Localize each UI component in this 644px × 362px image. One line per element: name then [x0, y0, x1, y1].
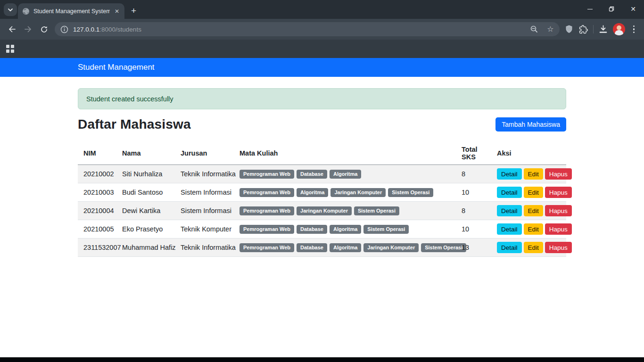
cell-jurusan: Sistem Informasi — [175, 202, 234, 220]
detail-button[interactable]: Detail — [497, 187, 522, 198]
menu-kebab-icon[interactable] — [630, 25, 637, 33]
tab-close-icon[interactable]: ✕ — [114, 8, 120, 15]
hapus-button[interactable]: Hapus — [545, 187, 572, 198]
address-bar[interactable]: 127.0.0.1:8000/students ☆ — [55, 22, 560, 36]
table-row: 20210003 Budi Santoso Sistem Informasi P… — [78, 183, 566, 202]
action-buttons: DetailEditHapus — [497, 223, 561, 235]
col-header-aksi: Aksi — [491, 143, 566, 165]
cell-aksi: DetailEditHapus — [491, 202, 566, 220]
tab-search-button[interactable] — [4, 3, 17, 16]
cell-total-sks: 10 — [456, 220, 491, 239]
restore-button[interactable] — [601, 0, 622, 18]
col-header-total-sks: Total SKS — [456, 143, 491, 165]
cell-nim: 20210004 — [78, 202, 116, 220]
course-badge: Sistem Operasi — [421, 243, 466, 252]
edit-button[interactable]: Edit — [524, 242, 543, 253]
cell-total-sks: 13 — [456, 239, 491, 257]
action-buttons: DetailEditHapus — [497, 205, 561, 216]
course-badges: Pemrograman WebJaringan KomputerSistem O… — [239, 206, 450, 215]
url-text[interactable]: 127.0.0.1:8000/students — [73, 26, 526, 33]
privacy-shield-icon[interactable] — [564, 25, 574, 34]
minimize-button[interactable] — [579, 0, 601, 18]
toolbar-separator — [593, 25, 594, 33]
hapus-button[interactable]: Hapus — [545, 242, 572, 253]
edit-button[interactable]: Edit — [524, 187, 543, 198]
restore-icon — [609, 6, 614, 12]
cell-nama: Siti Nurhaliza — [116, 165, 175, 183]
zoom-out-icon[interactable] — [530, 25, 538, 33]
hapus-button[interactable]: Hapus — [545, 205, 572, 216]
cell-mata-kuliah: Pemrograman WebJaringan KomputerSistem O… — [234, 202, 456, 220]
cell-aksi: DetailEditHapus — [491, 220, 566, 239]
new-tab-button[interactable]: + — [131, 6, 136, 15]
apps-grid-icon[interactable] — [6, 45, 14, 53]
cell-jurusan: Teknik Informatika — [175, 239, 234, 257]
course-badge: Database — [297, 225, 327, 234]
bookmark-star-icon[interactable]: ☆ — [547, 25, 553, 33]
course-badges: Pemrograman WebDatabaseAlgoritmaSistem O… — [239, 225, 450, 234]
page-viewport: Student Management Student created succe… — [0, 58, 644, 357]
col-header-jurusan: Jurusan — [175, 143, 234, 165]
edit-button[interactable]: Edit — [524, 205, 543, 216]
cell-mata-kuliah: Pemrograman WebAlgoritmaJaringan Kompute… — [234, 183, 456, 202]
cell-aksi: DetailEditHapus — [491, 239, 566, 257]
reload-button[interactable] — [36, 21, 52, 37]
col-header-nim: NIM — [78, 143, 116, 165]
forward-arrow-icon — [24, 25, 32, 33]
detail-button[interactable]: Detail — [497, 168, 522, 180]
tab-strip: Student Management System ✕ + ✕ — [0, 0, 644, 19]
cell-nama: Muhammad Hafiz — [116, 239, 175, 257]
table-header: NIM Nama Jurusan Mata Kuliah Total SKS A… — [78, 143, 566, 165]
course-badges: Pemrograman WebDatabaseAlgoritma — [239, 170, 450, 179]
alert-text: Student created successfully — [86, 95, 173, 103]
cell-mata-kuliah: Pemrograman WebDatabaseAlgoritmaSistem O… — [234, 220, 456, 239]
course-badge: Algoritma — [330, 243, 361, 252]
edit-button[interactable]: Edit — [524, 168, 543, 180]
course-badge: Database — [297, 170, 327, 179]
course-badge: Database — [297, 243, 327, 252]
cell-total-sks: 8 — [456, 165, 491, 183]
add-student-button[interactable]: Tambah Mahasiswa — [495, 117, 566, 132]
cell-nim: 20210005 — [78, 220, 116, 239]
close-window-button[interactable]: ✕ — [622, 0, 644, 18]
forward-button[interactable] — [20, 21, 36, 37]
cell-nim: 20210002 — [78, 165, 116, 183]
detail-button[interactable]: Detail — [497, 205, 522, 216]
detail-button[interactable]: Detail — [497, 223, 522, 235]
cell-nama: Eko Prasetyo — [116, 220, 175, 239]
detail-button[interactable]: Detail — [497, 242, 522, 253]
cell-aksi: DetailEditHapus — [491, 165, 566, 183]
table-row: 20210004 Dewi Kartika Sistem Informasi P… — [78, 202, 566, 220]
navbar-brand[interactable]: Student Management — [78, 63, 155, 72]
cell-jurusan: Teknik Informatika — [175, 165, 234, 183]
browser-tab[interactable]: Student Management System ✕ — [18, 3, 124, 19]
course-badge: Algoritma — [330, 225, 361, 234]
action-buttons: DetailEditHapus — [497, 242, 561, 253]
cell-jurusan: Sistem Informasi — [175, 183, 234, 202]
downloads-icon[interactable] — [599, 25, 608, 33]
hapus-button[interactable]: Hapus — [545, 168, 572, 180]
globe-favicon-icon — [22, 8, 30, 15]
course-badges: Pemrograman WebDatabaseAlgoritmaJaringan… — [239, 243, 450, 252]
cell-nama: Budi Santoso — [116, 183, 175, 202]
course-badge: Pemrograman Web — [239, 206, 294, 215]
hapus-button[interactable]: Hapus — [545, 223, 572, 235]
site-info-icon[interactable] — [60, 25, 68, 33]
page-header: Daftar Mahasiswa Tambah Mahasiswa — [78, 117, 566, 132]
course-badge: Pemrograman Web — [239, 243, 294, 252]
extensions-puzzle-icon[interactable] — [579, 25, 588, 34]
url-path: :8000/students — [99, 26, 141, 33]
course-badge: Sistem Operasi — [354, 206, 399, 215]
course-badge: Sistem Operasi — [388, 188, 433, 197]
taskbar-edge — [0, 357, 644, 362]
course-badge: Pemrograman Web — [239, 225, 294, 234]
profile-avatar[interactable] — [613, 23, 625, 35]
cell-nim: 2311532007 — [78, 239, 116, 257]
back-button[interactable] — [4, 21, 20, 37]
edit-button[interactable]: Edit — [524, 223, 543, 235]
table-row: 2311532007 Muhammad Hafiz Teknik Informa… — [78, 239, 566, 257]
browser-toolbar: 127.0.0.1:8000/students ☆ — [0, 19, 644, 40]
chevron-down-icon — [8, 8, 13, 12]
cell-total-sks: 10 — [456, 183, 491, 202]
course-badge: Pemrograman Web — [239, 188, 294, 197]
